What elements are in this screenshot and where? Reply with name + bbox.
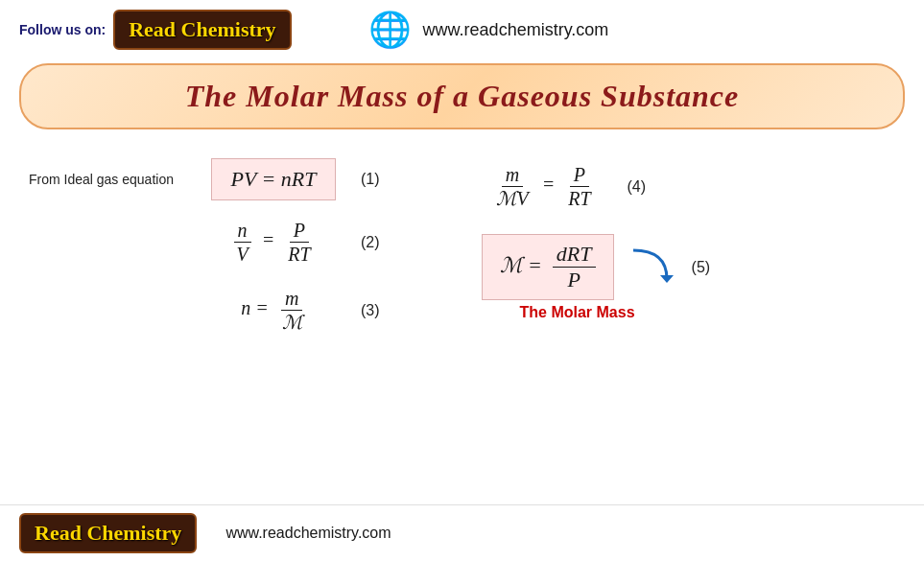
- website-url-header: www.readchemistry.com: [423, 20, 609, 40]
- equation-4-number: (4): [628, 178, 647, 196]
- main-content: From Ideal gas equation PV = nRT (1): [0, 141, 924, 354]
- brand-logo-footer: Read Chemistry: [19, 513, 197, 553]
- website-url-footer: www.readchemistry.com: [225, 525, 391, 542]
- right-column: m ℳV = P RT (4): [443, 151, 896, 344]
- arrow-icon: [624, 241, 676, 293]
- equation-1-row: From Ideal gas equation PV = nRT (1): [29, 151, 443, 208]
- equation-3-formula: n = m ℳ: [241, 288, 306, 333]
- molar-mass-label: The Molar Mass: [520, 304, 635, 320]
- equation-1-box: PV = nRT: [211, 158, 336, 200]
- footer: Read Chemistry www.readchemistry.com: [0, 504, 924, 561]
- equation-2-formula: n V = P RT: [232, 220, 314, 265]
- equation-1-number: (1): [361, 171, 380, 188]
- equation-2-number: (2): [361, 234, 380, 251]
- equation-4-formula: m ℳV = P RT: [492, 164, 594, 209]
- left-column: From Ideal gas equation PV = nRT (1): [29, 151, 443, 344]
- equation-5-box: ℳ = dRT P: [482, 234, 614, 300]
- equation-3-formula-wrap: n = m ℳ: [211, 284, 336, 337]
- equation-3-number: (3): [361, 302, 380, 319]
- equation-2-row: n V = P RT (2): [29, 208, 443, 276]
- equation-1-formula: PV = nRT: [230, 167, 316, 192]
- equation-4-formula-wrap: m ℳV = P RT: [482, 160, 606, 213]
- brand-logo-header: Read Chemistry: [113, 10, 291, 50]
- svg-marker-0: [660, 275, 674, 283]
- header: Follow us on: Read Chemistry 🌐 www.readc…: [0, 0, 924, 56]
- equations-section: From Ideal gas equation PV = nRT (1): [29, 151, 895, 344]
- equation-3-row: n = m ℳ (3): [29, 276, 443, 344]
- equation-4-row: m ℳV = P RT (4): [482, 151, 647, 222]
- page-title: The Molar Mass of a Gaseous Substance: [185, 79, 740, 113]
- globe-icon: 🌐: [368, 10, 412, 50]
- equation-5-formula: ℳ = dRT P: [500, 243, 596, 292]
- molar-mass-label-row: The Molar Mass: [510, 304, 635, 321]
- equation-5-row: ℳ = dRT P (5): [482, 226, 711, 308]
- follow-text: Follow us on:: [19, 22, 106, 37]
- equation-5-number: (5): [692, 259, 711, 276]
- equation-2-formula-wrap: n V = P RT: [211, 216, 336, 269]
- title-bar: The Molar Mass of a Gaseous Substance: [19, 63, 905, 129]
- ideal-gas-label: From Ideal gas equation: [29, 172, 192, 187]
- page: Follow us on: Read Chemistry 🌐 www.readc…: [0, 0, 924, 561]
